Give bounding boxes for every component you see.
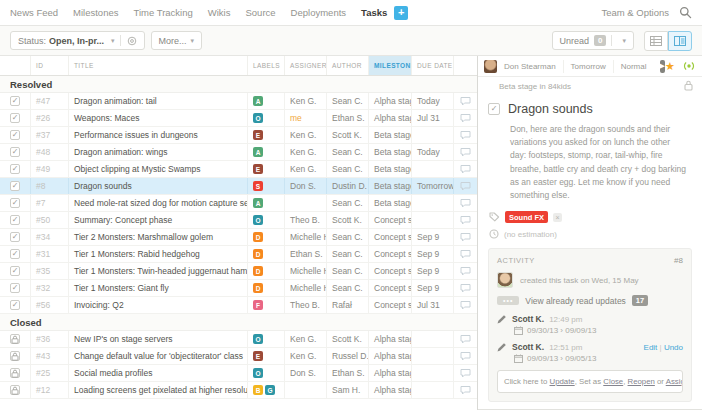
row-title[interactable]: Tier 1 Monsters: Giant fly bbox=[68, 280, 247, 296]
comment-bubble-icon[interactable] bbox=[460, 368, 471, 378]
task-checkbox[interactable]: ✓ bbox=[488, 103, 500, 115]
comment-bubble-icon[interactable] bbox=[460, 232, 471, 242]
column-header-labels[interactable]: LABELS bbox=[247, 56, 284, 75]
row-title[interactable]: Tier 1 Monsters: Twin-headed juggernaut … bbox=[68, 263, 247, 279]
filter-gear-icon[interactable] bbox=[127, 36, 137, 46]
edit-link[interactable]: Edit bbox=[644, 343, 658, 352]
comment-bubble-icon[interactable] bbox=[460, 334, 471, 344]
table-row[interactable]: ✓#31Tier 1 Monsters: Rabid hedgehogDEtha… bbox=[0, 246, 477, 263]
table-row[interactable]: ✓#48Dragon animation: wingsAKen G.Sean C… bbox=[0, 144, 477, 161]
table-row[interactable]: ✓#7Need mole-rat sized dog for motion ca… bbox=[0, 195, 477, 212]
add-task-button[interactable]: + bbox=[394, 6, 408, 20]
row-title[interactable]: Loading screens get pixelated at higher … bbox=[68, 382, 247, 398]
more-filters-button[interactable]: More...▾ bbox=[151, 31, 203, 50]
row-title[interactable]: Dragon animation: tail bbox=[68, 93, 247, 109]
comment-bubble-icon[interactable] bbox=[460, 198, 471, 208]
row-title[interactable]: Tier 1 Monsters: Rabid hedgehog bbox=[68, 246, 247, 262]
row-title[interactable]: Weapons: Maces bbox=[68, 110, 247, 126]
search-icon[interactable] bbox=[679, 6, 692, 19]
nav-item-milestones[interactable]: Milestones bbox=[73, 7, 118, 18]
comment-bubble-icon[interactable] bbox=[460, 147, 471, 157]
row-lock[interactable] bbox=[10, 385, 20, 395]
nav-item-time-tracking[interactable]: Time Tracking bbox=[133, 7, 192, 18]
due-date-dropdown[interactable]: Tomorrow bbox=[564, 60, 614, 73]
nav-item-source[interactable]: Source bbox=[246, 7, 276, 18]
row-checkbox[interactable]: ✓ bbox=[10, 130, 20, 140]
nav-item-news-feed[interactable]: News Feed bbox=[10, 7, 58, 18]
row-checkbox[interactable]: ✓ bbox=[10, 266, 20, 276]
team-options-link[interactable]: Team & Options bbox=[601, 7, 669, 18]
row-title[interactable]: Object clipping at Mystic Swamps bbox=[68, 161, 247, 177]
row-checkbox[interactable]: ✓ bbox=[10, 181, 20, 191]
comment-action-link[interactable]: Close bbox=[603, 377, 623, 386]
row-title[interactable]: Social media profiles bbox=[68, 365, 247, 381]
watch-icon[interactable] bbox=[683, 60, 695, 72]
view-read-updates-link[interactable]: View already read updates bbox=[525, 296, 626, 306]
star-icon[interactable]: ★ bbox=[665, 61, 675, 72]
row-checkbox[interactable]: ✓ bbox=[10, 215, 20, 225]
comment-input[interactable]: Click here to Update, Set as Close, Reop… bbox=[497, 370, 683, 393]
comment-bubble-icon[interactable] bbox=[460, 351, 471, 361]
add-label-button[interactable]: × bbox=[553, 213, 562, 222]
row-checkbox[interactable]: ✓ bbox=[10, 113, 20, 123]
table-row[interactable]: ✓#56Invoicing: Q2FTheo B.RafałConcept st… bbox=[0, 297, 477, 314]
label-chip[interactable]: Sound FX bbox=[505, 211, 548, 223]
row-lock[interactable] bbox=[10, 368, 20, 378]
comment-bubble-icon[interactable] bbox=[460, 249, 471, 259]
row-checkbox[interactable]: ✓ bbox=[10, 232, 20, 242]
table-view-button[interactable] bbox=[644, 31, 668, 51]
assignee-dropdown[interactable]: Don Stearman bbox=[497, 60, 564, 73]
row-checkbox[interactable]: ✓ bbox=[10, 249, 20, 259]
table-row[interactable]: ✓#8Dragon soundsSDon S.Dustin D.Beta sta… bbox=[0, 178, 477, 195]
row-title[interactable]: Invoicing: Q2 bbox=[68, 297, 247, 313]
row-title[interactable]: Summary: Concept phase bbox=[68, 212, 247, 228]
row-title[interactable]: Tier 2 Monsters: Marshmallow golem bbox=[68, 229, 247, 245]
row-checkbox[interactable]: ✓ bbox=[10, 300, 20, 310]
comment-action-link[interactable]: Reopen bbox=[628, 377, 655, 386]
table-row[interactable]: ✓#26Weapons: MacesOmeEthan S.Alpha stage… bbox=[0, 110, 477, 127]
comment-bubble-icon[interactable] bbox=[460, 164, 471, 174]
row-lock[interactable] bbox=[10, 351, 20, 361]
table-row[interactable]: ✓#47Dragon animation: tailAKen G.Sean C.… bbox=[0, 93, 477, 110]
row-title[interactable]: Need mole-rat sized dog for motion captu… bbox=[68, 195, 247, 211]
table-row[interactable]: #36New IP's on stage serversOKen G.Scott… bbox=[0, 331, 477, 348]
column-header-author[interactable]: AUTHOR bbox=[326, 56, 368, 75]
comment-bubble-icon[interactable] bbox=[460, 96, 471, 106]
row-title[interactable]: Dragon animation: wings bbox=[68, 144, 247, 160]
estimation-text[interactable]: (no estimation) bbox=[504, 230, 557, 239]
row-title[interactable]: Change default value for 'objectiterator… bbox=[68, 348, 247, 364]
status-filter-button[interactable]: Status:Open, In-pr...▾ bbox=[10, 31, 145, 50]
row-lock[interactable] bbox=[10, 334, 20, 344]
comment-bubble-icon[interactable] bbox=[460, 130, 471, 140]
column-header-milestone[interactable]: MILESTONE ▲▼ bbox=[368, 56, 411, 75]
row-checkbox[interactable]: ✓ bbox=[10, 147, 20, 157]
comment-bubble-icon[interactable] bbox=[460, 300, 471, 310]
row-title[interactable]: Performance issues in dungeons bbox=[68, 127, 247, 143]
comment-bubble-icon[interactable] bbox=[460, 283, 471, 293]
priority-dropdown[interactable]: Normal bbox=[614, 60, 654, 73]
column-header-assigners[interactable]: ASSIGNERS bbox=[284, 56, 326, 75]
comment-bubble-icon[interactable] bbox=[460, 181, 471, 191]
comment-bubble-icon[interactable] bbox=[460, 266, 471, 276]
comment-bubble-icon[interactable] bbox=[460, 385, 471, 395]
table-row[interactable]: #43Change default value for 'objectitera… bbox=[0, 348, 477, 365]
table-row[interactable]: ✓#37Performance issues in dungeonsEKen G… bbox=[0, 127, 477, 144]
row-checkbox[interactable]: ✓ bbox=[10, 283, 20, 293]
column-header-title[interactable]: TITLE bbox=[68, 56, 247, 75]
row-checkbox[interactable]: ✓ bbox=[10, 164, 20, 174]
table-row[interactable]: ✓#35Tier 1 Monsters: Twin-headed juggern… bbox=[0, 263, 477, 280]
assignee-avatar[interactable] bbox=[484, 60, 497, 73]
more-dots-icon[interactable]: ••• bbox=[497, 296, 519, 305]
row-title[interactable]: Dragon sounds bbox=[68, 178, 247, 194]
comment-action-link[interactable]: Update bbox=[550, 377, 575, 386]
comment-action-link[interactable]: Assign to me bbox=[666, 377, 683, 386]
column-header-id[interactable]: ID bbox=[30, 56, 68, 75]
row-title[interactable]: New IP's on stage servers bbox=[68, 331, 247, 347]
table-row[interactable]: ✓#34Tier 2 Monsters: Marshmallow golemDM… bbox=[0, 229, 477, 246]
nav-item-wikis[interactable]: Wikis bbox=[208, 7, 231, 18]
nav-item-tasks[interactable]: Tasks bbox=[361, 7, 387, 18]
undo-link[interactable]: Undo bbox=[664, 343, 683, 352]
split-view-button[interactable] bbox=[668, 31, 692, 51]
nav-item-deployments[interactable]: Deployments bbox=[291, 7, 346, 18]
comment-bubble-icon[interactable] bbox=[460, 113, 471, 123]
